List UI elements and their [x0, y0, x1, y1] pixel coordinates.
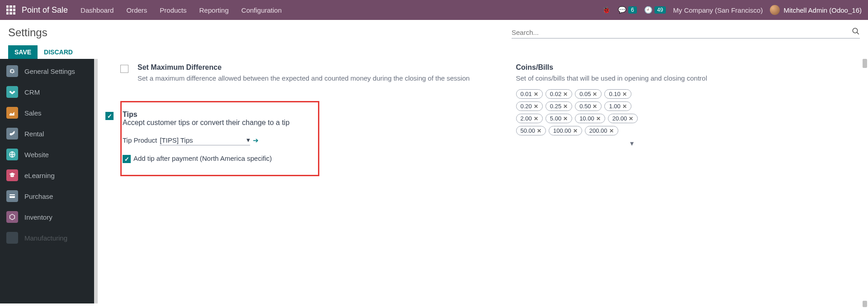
sidebar-item-sales[interactable]: Sales [0, 102, 98, 123]
coin-tag[interactable]: 0.05✕ [575, 89, 602, 99]
remove-icon[interactable]: ✕ [563, 103, 568, 110]
activities-button[interactable]: 🕘 49 [644, 6, 666, 14]
remove-icon[interactable]: ✕ [622, 103, 627, 110]
setting-description: Set a maximum difference allowed between… [138, 73, 470, 83]
svg-line-1 [857, 33, 859, 34]
remove-icon[interactable]: ✕ [593, 103, 597, 110]
globe-icon [6, 149, 18, 160]
graduation-icon [6, 169, 18, 181]
coins-dropdown-toggle[interactable]: ▾ [516, 139, 634, 148]
sidebar-item-general-settings[interactable]: General Settings [0, 61, 98, 82]
remove-icon[interactable]: ✕ [563, 91, 568, 97]
coin-tag[interactable]: 0.25✕ [545, 101, 572, 111]
coin-tag[interactable]: 100.00✕ [549, 126, 582, 135]
topbar: Point of Sale Dashboard Orders Products … [0, 0, 868, 20]
coin-tag[interactable]: 10.00✕ [575, 114, 605, 123]
discard-button[interactable]: DISCARD [44, 45, 73, 59]
sidebar-item-inventory[interactable]: Inventory [0, 207, 98, 227]
tip-product-value: [TIPS] Tips [160, 136, 193, 144]
coin-tag[interactable]: 20.00✕ [608, 114, 638, 123]
coin-tag[interactable]: 0.20✕ [516, 101, 543, 111]
coin-tag[interactable]: 0.01✕ [516, 89, 543, 99]
coin-tag[interactable]: 1.00✕ [604, 101, 631, 111]
apps-icon[interactable] [6, 5, 15, 14]
coin-value: 0.05 [579, 91, 591, 97]
main-menu: Dashboard Orders Products Reporting Conf… [81, 6, 282, 14]
add-tip-after-payment-label: Add tip after payment (North America spe… [133, 154, 272, 162]
sidebar-item-purchase[interactable]: Purchase [0, 186, 98, 207]
remove-icon[interactable]: ✕ [573, 128, 578, 134]
sidebar-item-website[interactable]: Website [0, 144, 98, 165]
messages-badge: 6 [628, 6, 637, 14]
remove-icon[interactable]: ✕ [622, 91, 627, 97]
sidebar-item-label: Rental [24, 130, 44, 138]
add-tip-after-payment-checkbox[interactable] [123, 155, 131, 163]
setting-description: Accept customer tips or convert their ch… [123, 119, 313, 127]
search-bar[interactable] [512, 26, 860, 38]
tip-product-link-icon[interactable]: ➔ [253, 136, 259, 144]
clock-icon: 🕘 [644, 6, 653, 14]
card-icon [6, 190, 18, 202]
tip-product-select[interactable]: [TIPS] Tips ▾ [160, 135, 250, 145]
user-menu[interactable]: Mitchell Admin (Odoo_16) [770, 5, 862, 15]
coin-value: 0.50 [579, 103, 591, 110]
scrollbar[interactable] [863, 301, 867, 307]
coin-tag[interactable]: 0.10✕ [604, 89, 631, 99]
messages-button[interactable]: 💬 6 [618, 6, 637, 14]
remove-icon[interactable]: ✕ [537, 128, 541, 134]
gear-icon [6, 65, 18, 77]
sidebar-item-label: Inventory [24, 213, 52, 221]
remove-icon[interactable]: ✕ [534, 103, 538, 110]
caret-down-icon: ▾ [247, 136, 250, 144]
coin-value: 0.20 [521, 103, 532, 110]
coin-tag[interactable]: 5.00✕ [545, 114, 572, 123]
coin-tag[interactable]: 0.50✕ [575, 101, 602, 111]
sidebar-item-label: eLearning [24, 172, 55, 179]
coin-tag[interactable]: 200.00✕ [585, 126, 618, 135]
remove-icon[interactable]: ✕ [534, 91, 538, 97]
search-input[interactable] [512, 29, 852, 36]
bug-icon[interactable]: 🐞 [602, 6, 611, 14]
sidebar-item-elearning[interactable]: eLearning [0, 165, 98, 186]
coin-value: 5.00 [550, 115, 561, 122]
scrollbar[interactable] [863, 59, 867, 68]
coin-tag[interactable]: 0.02✕ [545, 89, 572, 99]
sidebar-item-label: Website [24, 151, 49, 159]
setting-max-difference: Set Maximum Difference Set a maximum dif… [120, 62, 485, 92]
page-title: Settings [8, 26, 73, 39]
coins-tags: 0.01✕ 0.02✕ 0.05✕ 0.10✕ 0.20✕ 0.25✕ 0.50… [516, 89, 643, 135]
remove-icon[interactable]: ✕ [596, 116, 601, 122]
company-selector[interactable]: My Company (San Francisco) [673, 6, 763, 14]
coin-value: 100.00 [553, 127, 571, 134]
activities-badge: 49 [655, 6, 666, 14]
remove-icon[interactable]: ✕ [609, 128, 614, 134]
save-button[interactable]: SAVE [8, 45, 38, 59]
box-icon [6, 211, 18, 223]
setting-description: Set of coins/bills that will be used in … [516, 73, 707, 83]
header: Settings SAVE DISCARD [0, 20, 868, 59]
menu-products[interactable]: Products [160, 6, 186, 14]
svg-point-2 [10, 133, 12, 135]
coin-tag[interactable]: 2.00✕ [516, 114, 543, 123]
remove-icon[interactable]: ✕ [629, 116, 633, 122]
tips-checkbox[interactable] [105, 112, 114, 120]
menu-dashboard[interactable]: Dashboard [81, 6, 114, 14]
sidebar-item-crm[interactable]: CRM [0, 82, 98, 102]
menu-reporting[interactable]: Reporting [199, 6, 229, 14]
remove-icon[interactable]: ✕ [563, 116, 568, 122]
remove-icon[interactable]: ✕ [593, 91, 597, 97]
brand[interactable]: Point of Sale [22, 5, 68, 15]
sidebar-item-manufacturing[interactable]: Manufacturing [0, 227, 98, 248]
chat-icon: 💬 [618, 6, 626, 14]
search-icon[interactable] [852, 27, 860, 37]
menu-orders[interactable]: Orders [126, 6, 147, 14]
sidebar-item-rental[interactable]: Rental [0, 123, 98, 144]
menu-configuration[interactable]: Configuration [242, 6, 282, 14]
sidebar-item-label: General Settings [24, 67, 75, 75]
max-difference-checkbox[interactable] [120, 65, 128, 73]
settings-sidebar: General Settings CRM Sales Rental Websit… [0, 59, 98, 303]
sidebar-item-label: Sales [24, 109, 42, 117]
setting-coins-bills: Coins/Bills Set of coins/bills that will… [499, 62, 864, 157]
remove-icon[interactable]: ✕ [534, 116, 538, 122]
coin-tag[interactable]: 50.00✕ [516, 126, 546, 135]
